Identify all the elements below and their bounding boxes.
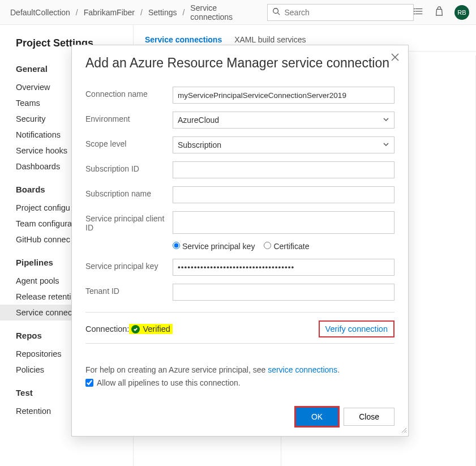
sp-client-id-input[interactable] bbox=[173, 211, 394, 234]
label-subscription-id: Subscription ID bbox=[85, 161, 173, 173]
svg-point-5 bbox=[414, 8, 414, 9]
check-circle-icon bbox=[131, 325, 140, 334]
search-icon bbox=[272, 7, 280, 17]
help-text: For help on creating an Azure service pr… bbox=[85, 364, 394, 376]
breadcrumb[interactable]: Settings bbox=[145, 8, 181, 17]
connection-label: Connection: bbox=[85, 324, 129, 334]
shopping-bag-icon[interactable] bbox=[434, 6, 444, 18]
svg-point-0 bbox=[273, 8, 278, 14]
tab-xaml-build[interactable]: XAML build services bbox=[234, 35, 306, 44]
environment-select[interactable]: AzureCloud bbox=[173, 112, 394, 129]
breadcrumb[interactable]: DefaultCollection bbox=[7, 8, 74, 17]
breadcrumb[interactable]: Service connections bbox=[187, 3, 261, 22]
verify-connection-button[interactable]: Verify connection bbox=[319, 320, 394, 337]
svg-line-1 bbox=[277, 13, 280, 15]
search-input[interactable] bbox=[285, 8, 409, 17]
breadcrumb[interactable]: FabrikamFiber bbox=[80, 8, 138, 17]
label-sp-key: Service principal key bbox=[85, 259, 173, 271]
radio-sp-key[interactable]: Service principal key bbox=[173, 242, 255, 251]
chevron-down-icon bbox=[383, 116, 389, 125]
close-button[interactable]: Close bbox=[344, 408, 394, 426]
radio-certificate[interactable]: Certificate bbox=[264, 242, 309, 251]
status-badge: Verified bbox=[129, 324, 172, 334]
add-connection-dialog: Add an Azure Resource Manager service co… bbox=[71, 45, 409, 437]
chevron-down-icon bbox=[383, 140, 389, 149]
label-subscription-name: Subscription name bbox=[85, 186, 173, 198]
ok-button[interactable]: OK bbox=[296, 408, 338, 426]
connection-name-input[interactable] bbox=[173, 87, 394, 104]
label-sp-client-id: Service principal client ID bbox=[85, 211, 173, 232]
list-icon[interactable] bbox=[414, 6, 424, 18]
tab-service-connections[interactable]: Service connections bbox=[145, 35, 222, 44]
dialog-title: Add an Azure Resource Manager service co… bbox=[85, 55, 394, 71]
label-tenant-id: Tenant ID bbox=[85, 284, 173, 296]
scope-level-select[interactable]: Subscription bbox=[173, 136, 394, 153]
top-bar: DefaultCollection/ FabrikamFiber/ Settin… bbox=[0, 0, 476, 25]
svg-line-10 bbox=[402, 428, 406, 433]
svg-point-7 bbox=[414, 14, 414, 14]
svg-point-6 bbox=[414, 11, 414, 12]
subscription-name-input[interactable] bbox=[173, 186, 394, 203]
subscription-id-input[interactable] bbox=[173, 161, 394, 178]
resize-handle-icon[interactable] bbox=[400, 426, 407, 435]
search-input-wrap[interactable] bbox=[267, 4, 414, 21]
svg-line-12 bbox=[406, 432, 406, 433]
close-icon[interactable] bbox=[391, 53, 399, 63]
tenant-id-input[interactable] bbox=[173, 284, 394, 301]
label-scope-level: Scope level bbox=[85, 136, 173, 148]
allow-all-pipelines-checkbox[interactable]: Allow all pipelines to use this connecti… bbox=[85, 378, 394, 387]
label-connection-name: Connection name bbox=[85, 87, 173, 99]
sp-key-input[interactable] bbox=[173, 259, 394, 276]
help-link[interactable]: service connections bbox=[268, 365, 337, 374]
label-environment: Environment bbox=[85, 112, 173, 123]
avatar[interactable]: RB bbox=[454, 5, 469, 20]
